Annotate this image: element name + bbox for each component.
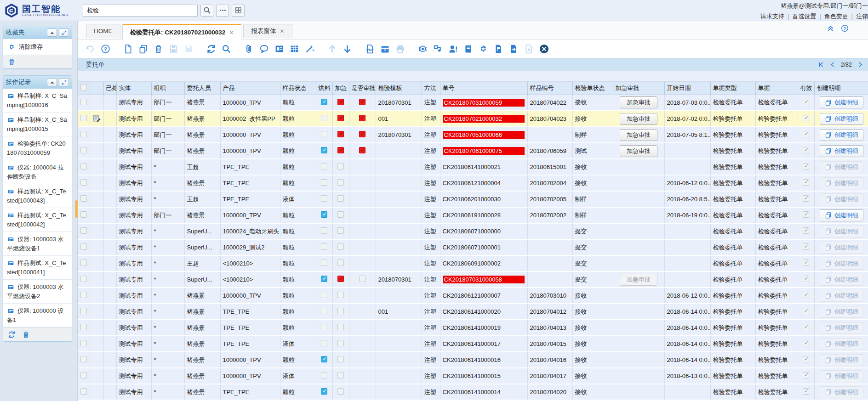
table-row[interactable]: 测试专用部门一褚燕景1000000_TPV颗粒注塑CK2018061910000…: [78, 207, 868, 223]
history-item[interactable]: 样品测试: X_C_Tested[1000042]: [3, 208, 72, 232]
history-refresh-icon[interactable]: [8, 331, 16, 339]
cell-checkbox[interactable]: [321, 179, 327, 186]
terminate-icon[interactable]: [538, 43, 550, 55]
cell-checkbox[interactable]: [321, 131, 327, 137]
favorites-trash-icon[interactable]: [8, 58, 16, 66]
urgent-approve-button[interactable]: 加急审批: [620, 96, 657, 108]
create-detail-button[interactable]: 创建明细: [820, 338, 863, 350]
create-detail-button[interactable]: 创建明细: [820, 209, 863, 221]
tab-report-window[interactable]: 报表窗体✕: [243, 24, 292, 38]
preferences-link[interactable]: 首选设置: [792, 13, 816, 20]
splitter-handle[interactable]: [75, 200, 78, 218]
comment-icon[interactable]: [258, 43, 270, 55]
cell-checkbox[interactable]: [321, 163, 327, 169]
tab-inspection-order[interactable]: 检验委托单: CK201807021000032✕: [122, 24, 242, 40]
table-row[interactable]: 测试专用*褚燕景1000000_TPV颗粒注塑CK201806141000016…: [78, 352, 868, 368]
cell-checkbox[interactable]: [337, 243, 344, 250]
collapse-all-icon[interactable]: [827, 24, 834, 32]
create-detail-button[interactable]: 创建明细: [820, 145, 863, 157]
request-support-link[interactable]: 请求支持: [760, 13, 784, 20]
column-header[interactable]: 单号: [440, 82, 527, 95]
cell-checkbox[interactable]: [337, 99, 344, 105]
cell-checkbox[interactable]: [359, 99, 365, 105]
cell-checkbox[interactable]: [321, 308, 327, 314]
valid-checkbox[interactable]: [803, 131, 809, 137]
row-checkbox[interactable]: [80, 195, 87, 202]
history-item[interactable]: 样品测试: X_C_Tested[1000041]: [3, 256, 72, 280]
column-header[interactable]: 组织: [151, 82, 184, 95]
table-row[interactable]: 测试专用部门一褚燕景1000002_改性黑PP颗粒001注塑CK20180702…: [78, 111, 868, 127]
create-detail-button[interactable]: 创建明细: [820, 370, 863, 382]
row-checkbox[interactable]: [80, 147, 87, 153]
cell-checkbox[interactable]: [337, 131, 344, 137]
history-item[interactable]: 检验委托单: CK201807031000059: [3, 136, 72, 160]
valid-checkbox[interactable]: [803, 115, 809, 121]
cell-checkbox[interactable]: [321, 115, 327, 121]
create-detail-button[interactable]: 创建明细: [820, 274, 863, 286]
valid-checkbox[interactable]: [803, 147, 809, 153]
cell-checkbox[interactable]: [337, 179, 344, 186]
clipped-edge-icon[interactable]: [855, 24, 862, 32]
row-checkbox[interactable]: [80, 211, 87, 218]
global-search-input[interactable]: [83, 5, 198, 17]
valid-checkbox[interactable]: [803, 292, 809, 298]
cell-checkbox[interactable]: [321, 372, 327, 378]
column-header[interactable]: 样品编号: [527, 82, 572, 95]
column-header[interactable]: 单据: [755, 82, 798, 95]
create-detail-button[interactable]: 创建明细: [820, 306, 863, 318]
table-row[interactable]: 测试专用部门一褚燕景1000000_TPV颗粒注塑CK2018070610000…: [78, 143, 868, 159]
create-detail-button[interactable]: 创建明细: [820, 129, 863, 141]
cell-checkbox[interactable]: [337, 260, 344, 266]
create-detail-button[interactable]: 创建明细: [820, 290, 863, 302]
cell-checkbox[interactable]: [321, 356, 327, 362]
doc-export-icon[interactable]: [508, 43, 520, 55]
valid-checkbox[interactable]: [803, 243, 809, 250]
table-row[interactable]: 测试专用*褚燕景TPE_TPE颗粒001注塑CK2018061410000202…: [78, 304, 868, 320]
cell-checkbox[interactable]: [321, 260, 327, 266]
prev-page-icon[interactable]: [829, 62, 835, 68]
cell-checkbox[interactable]: [337, 324, 344, 330]
create-detail-button[interactable]: 创建明细: [820, 226, 863, 237]
table-row[interactable]: 测试专用*褚燕景1000000_TPV颗粒注塑CK201806121000007…: [78, 288, 868, 304]
row-checkbox[interactable]: [80, 276, 87, 282]
copy-icon[interactable]: [137, 43, 149, 55]
urgent-approve-button[interactable]: 加急审批: [620, 129, 657, 141]
first-page-icon[interactable]: [818, 62, 824, 68]
history-item[interactable]: 仪器: 1000003 水平燃烧设备1: [3, 232, 72, 256]
cell-checkbox[interactable]: [337, 227, 344, 234]
cell-checkbox[interactable]: [337, 211, 344, 218]
cell-checkbox[interactable]: [359, 276, 365, 282]
ledger-icon[interactable]: [462, 43, 474, 55]
row-checkbox[interactable]: [80, 243, 87, 250]
history-item[interactable]: 样品制样: X_C_Samping[1000015: [3, 113, 72, 136]
cell-checkbox[interactable]: [337, 308, 344, 314]
cell-checkbox[interactable]: [337, 276, 344, 282]
row-checkbox[interactable]: [80, 308, 87, 314]
logout-link[interactable]: 注销: [856, 13, 868, 20]
create-detail-button[interactable]: 创建明细: [820, 193, 863, 205]
create-detail-button[interactable]: 创建明细: [820, 354, 863, 366]
delete-icon[interactable]: [152, 43, 164, 55]
doc-flag-icon[interactable]: [492, 43, 504, 55]
grid-view-icon[interactable]: [288, 43, 300, 55]
table-row[interactable]: 测试专用部门一褚燕景1000000_TPV颗粒2018070301注塑CK201…: [78, 95, 868, 111]
create-detail-button[interactable]: 创建明细: [820, 258, 863, 270]
column-header[interactable]: 加急: [332, 82, 349, 95]
table-row[interactable]: 测试专用*褚燕景TPE_TPE颗粒注塑CK2018061410000192018…: [78, 320, 868, 336]
history-item[interactable]: 仪器: 1000000 设备1: [3, 304, 72, 328]
row-checkbox[interactable]: [80, 388, 87, 395]
cell-checkbox[interactable]: [321, 324, 327, 330]
search-button[interactable]: [200, 5, 213, 17]
cell-checkbox[interactable]: [321, 195, 327, 202]
table-row[interactable]: 测试专用*王超TPE_TPE颗粒注塑CK20180614100002120180…: [78, 159, 868, 175]
urgent-approve-button[interactable]: 加急审批: [620, 145, 657, 157]
favorites-collapse-button[interactable]: [47, 28, 57, 37]
table-row[interactable]: 测试专用*褚燕景TPE_TPE颗粒注塑CK2018061410000142018…: [78, 384, 868, 400]
cell-checkbox[interactable]: [321, 292, 327, 298]
cell-checkbox[interactable]: [337, 388, 344, 395]
edit-document-icon[interactable]: [92, 117, 101, 124]
urgent-approve-button[interactable]: 加急审批: [620, 113, 657, 125]
row-checkbox[interactable]: [80, 99, 87, 105]
row-checkbox[interactable]: [80, 292, 87, 298]
valid-checkbox[interactable]: [803, 195, 809, 202]
